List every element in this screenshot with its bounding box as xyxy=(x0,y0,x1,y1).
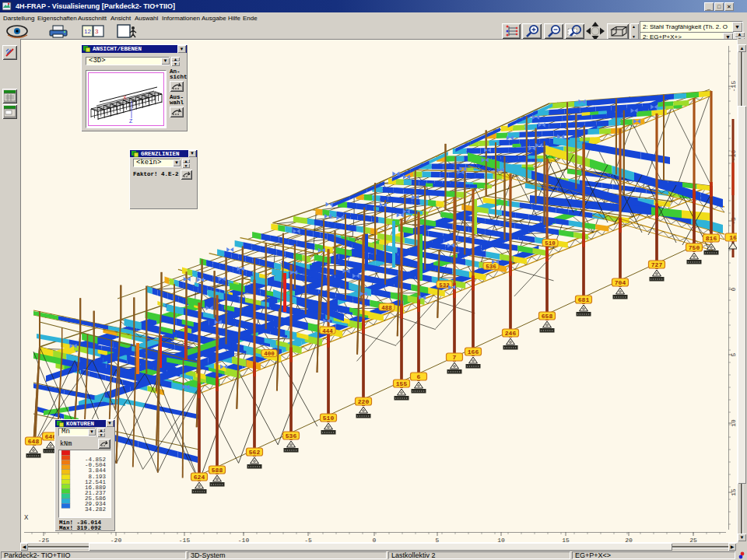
svg-text:5: 5 xyxy=(730,352,737,356)
svg-text:X: X xyxy=(24,514,29,522)
svg-text:15: 15 xyxy=(730,488,737,496)
svg-text:16: 16 xyxy=(729,234,737,241)
svg-text:15: 15 xyxy=(562,537,570,543)
svg-text:-5: -5 xyxy=(304,537,312,543)
svg-text:562: 562 xyxy=(249,449,261,456)
svg-text:532: 532 xyxy=(439,282,450,289)
svg-text:12: 12 xyxy=(84,28,91,35)
svg-text:0: 0 xyxy=(373,537,377,543)
svg-text:488: 488 xyxy=(381,305,392,311)
svg-text:-15: -15 xyxy=(730,81,737,93)
svg-text:155: 155 xyxy=(396,380,408,387)
svg-text:-10: -10 xyxy=(238,537,250,543)
svg-text:-20: -20 xyxy=(110,537,122,543)
svg-text:10: 10 xyxy=(730,419,737,427)
svg-text:X: X xyxy=(123,95,127,100)
svg-text:536: 536 xyxy=(486,264,496,270)
svg-text:400: 400 xyxy=(264,351,275,357)
svg-text:536: 536 xyxy=(286,432,297,439)
svg-text:0: 0 xyxy=(730,287,737,291)
svg-text:166: 166 xyxy=(468,348,479,355)
svg-text:727: 727 xyxy=(651,261,663,268)
svg-text:-25: -25 xyxy=(38,537,50,543)
svg-text:3: 3 xyxy=(95,28,99,35)
svg-text:510: 510 xyxy=(545,240,556,247)
svg-text:7: 7 xyxy=(453,354,457,361)
svg-text:704: 704 xyxy=(615,279,626,286)
svg-text:10: 10 xyxy=(497,537,505,543)
svg-text:658: 658 xyxy=(542,313,553,320)
svg-text:220: 220 xyxy=(358,398,370,405)
svg-text:624: 624 xyxy=(194,474,205,481)
svg-text:510: 510 xyxy=(323,415,335,422)
svg-text:246: 246 xyxy=(505,330,517,337)
svg-text:681: 681 xyxy=(578,296,590,303)
svg-text:6: 6 xyxy=(417,373,421,380)
svg-text:Z: Z xyxy=(129,118,133,124)
svg-text:20: 20 xyxy=(625,537,633,543)
svg-text:25: 25 xyxy=(689,537,697,543)
svg-text:444: 444 xyxy=(322,328,333,334)
svg-text:588: 588 xyxy=(212,467,223,474)
svg-text:-15: -15 xyxy=(179,537,191,543)
svg-text:816: 816 xyxy=(706,235,717,242)
svg-text:750: 750 xyxy=(689,244,700,251)
svg-text:5: 5 xyxy=(436,537,440,543)
svg-text:648: 648 xyxy=(28,438,40,445)
